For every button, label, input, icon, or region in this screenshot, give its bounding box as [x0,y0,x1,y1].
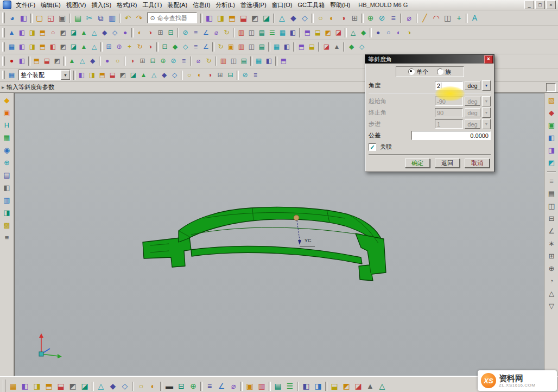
studio-view-icon[interactable]: ≡ [191,42,201,52]
menu-item[interactable]: GC工具箱 [295,1,327,10]
bottom-view-icon[interactable]: △ [89,42,99,52]
window-next-icon[interactable]: ◩ [340,380,352,392]
rotate-view-icon[interactable]: ↻ [135,42,145,52]
clip-section-icon[interactable]: ▲ [332,42,342,52]
touch-tab-icon[interactable]: ≡ [2,232,12,243]
show-all-icon[interactable]: ▥ [236,42,246,52]
constraint-navigator-tab-icon[interactable]: ◧ [2,182,12,193]
extrude-icon[interactable]: ◨ [215,12,226,24]
zoom-view-icon[interactable]: ⊕ [114,42,124,52]
highlight-selection-icon[interactable]: ⊘ [240,70,250,80]
pmi-tool-icon[interactable]: ◧ [300,380,312,392]
move-object-icon[interactable]: ⊕ [365,12,376,24]
snap-point-on-face-icon[interactable]: ◆ [159,70,169,80]
sync-views-icon[interactable]: ◪ [352,380,364,392]
circle-tool-icon[interactable]: ○ [48,28,58,38]
reorder-feature-icon[interactable]: ⊕ [158,56,168,66]
component-hide-icon[interactable]: ∠ [215,380,227,392]
toolbar-grip[interactable] [2,12,5,23]
select-bodies-icon[interactable]: ◑ [205,70,215,80]
snap-midpoint-icon[interactable]: ◨ [87,70,97,80]
menu-item[interactable]: 格式(R) [114,1,140,10]
subtract-icon[interactable]: ◆ [288,12,299,24]
dimensions-panel-icon[interactable]: ∠ [546,226,557,237]
angle-input[interactable]: 2 [435,81,463,90]
command-finder[interactable]: ⊙ [147,12,197,23]
menu-item[interactable]: 编辑(E) [38,1,64,10]
command-finder-input[interactable] [156,14,195,22]
object-information-icon[interactable]: ▤ [239,56,249,66]
rotate-tool-icon[interactable]: ◪ [79,380,91,392]
wcs-dynamics-icon[interactable]: ▲ [67,56,77,66]
redo-icon[interactable]: ↷ [134,12,145,24]
iso-view-btn-icon[interactable]: ◇ [119,380,131,392]
select-faces-icon[interactable]: ○ [184,70,194,80]
block-icon[interactable]: ⬓ [238,12,249,24]
through-curves-icon[interactable]: ⬒ [302,28,313,38]
group-chip-icon[interactable]: ▬ [163,380,175,392]
snap-quadrant-icon[interactable]: ◪ [128,70,138,80]
radio-family[interactable]: 族 [437,68,451,76]
gateway-palette-icon[interactable]: ⊕ [2,157,12,168]
pin-panel-icon[interactable]: △ [546,288,557,299]
tools-panel-icon[interactable]: ⊕ [546,263,557,274]
select-edges-icon[interactable]: ◐ [194,70,205,80]
record-button-icon[interactable]: ● [7,56,17,66]
menu-item[interactable]: 帮助(H) [327,1,353,10]
trim-body-icon[interactable]: ▥ [236,28,246,38]
angle-unit-dropdown-icon[interactable]: ▼ [482,80,491,91]
offset-surface-icon[interactable]: ◧ [288,28,298,38]
menu-item[interactable]: 工具(T) [140,1,164,10]
show-hide-icon[interactable]: ↻ [215,42,226,52]
tolerance-input[interactable]: 0.0000 [411,131,491,140]
part-information-icon[interactable]: ◫ [229,56,239,66]
animation-play-icon[interactable]: ◆ [346,42,357,52]
window-control-button[interactable]: _ [524,1,534,9]
unite-icon[interactable]: △ [276,12,288,24]
select-mode-icon[interactable]: ◧ [19,380,31,392]
work-plane-icon[interactable]: ◧ [264,56,274,66]
part-navigator-icon[interactable]: ⬓ [42,56,52,66]
quick-trim-icon[interactable]: ◆ [99,28,110,38]
mirror-curve-icon[interactable]: △ [89,28,99,38]
cancel-button[interactable]: 取消 [465,159,490,168]
mirror-feature-icon[interactable]: ≡ [388,12,399,24]
chamfer-icon[interactable]: ◐ [326,12,338,24]
project-curve-icon[interactable]: ◑ [404,28,414,38]
roles-tab-icon[interactable]: ▩ [2,220,12,231]
menu-item[interactable]: 插入(S) [88,1,114,10]
user-defined-feature-icon[interactable]: ○ [112,56,123,66]
select-filter-icon[interactable]: ▲ [7,28,17,38]
suppress-feature-icon[interactable]: ⊘ [168,56,179,66]
helix-curve-icon[interactable]: ● [373,28,383,38]
notes-panel-icon[interactable]: ≡ [546,176,557,187]
copy-icon[interactable]: ⧉ [95,12,106,24]
general-filter-icon[interactable]: ⊟ [225,70,236,80]
snap-toggle-icon[interactable]: ⊟ [175,380,187,392]
pad-feature-icon[interactable]: ⌀ [211,28,221,38]
refresh-view-icon[interactable]: ◨ [31,380,43,392]
back-view-icon[interactable]: ▲ [79,42,89,52]
front-view-icon[interactable]: ◧ [48,42,58,52]
component-show-icon[interactable]: ≡ [204,380,215,392]
wireframe-mode-icon[interactable]: ◐ [147,380,159,392]
menu-item[interactable]: 窗口(O) [269,1,295,10]
right-view-icon[interactable]: ◩ [58,42,68,52]
object-display-icon[interactable]: ▦ [271,42,282,52]
toolbar-grip[interactable] [2,42,5,52]
top-view-icon[interactable]: ⬒ [37,42,48,52]
grid-toggle-icon[interactable]: ⊕ [187,380,199,392]
layer-settings-icon[interactable]: ◫ [246,42,257,52]
views-panel-icon[interactable]: ◫ [546,201,557,212]
fillet-curve-icon[interactable]: ● [120,28,130,38]
spline-tool-icon[interactable]: ◫ [442,12,453,24]
assembly-navigator-tab-icon[interactable]: ▤ [2,170,12,181]
menu-item[interactable]: 分析(L) [213,1,237,10]
profile-tool-icon[interactable]: ◧ [17,28,27,38]
update-model-icon[interactable]: ⌀ [193,56,204,66]
full-screen-icon[interactable]: ◇ [357,42,367,52]
reports-palette-icon[interactable]: ▦ [2,132,12,143]
pan-tool-icon[interactable]: ◩ [67,380,79,392]
conic-curve-icon[interactable]: ◐ [394,28,404,38]
menu-item[interactable]: 首选项(P) [238,1,269,10]
